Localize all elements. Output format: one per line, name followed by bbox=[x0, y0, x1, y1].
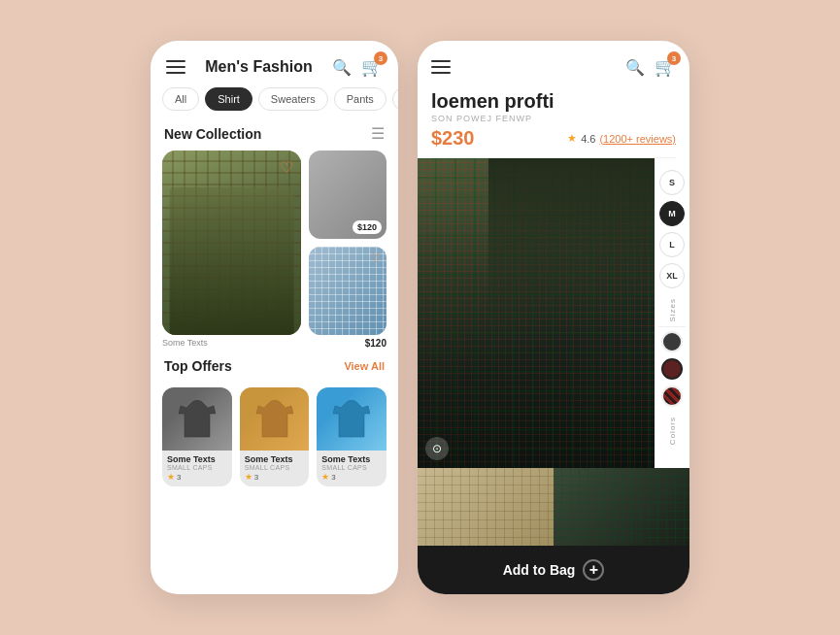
offer-sub-2: SMALL CAPS bbox=[245, 464, 305, 471]
side-price-1: $120 bbox=[353, 220, 382, 234]
product-thumbnails bbox=[418, 468, 689, 546]
shirt-icon-2 bbox=[256, 400, 293, 439]
offer-info-3: Some Texts SMALL CAPS ★ 3 bbox=[317, 451, 386, 486]
menu-icon[interactable] bbox=[166, 60, 185, 74]
size-xl-btn[interactable]: XL bbox=[659, 263, 685, 288]
left-phone: Men's Fashion 🔍 🛒 3 All Shirt Sweaters P… bbox=[151, 41, 398, 594]
offer-info-1: Some Texts SMALL CAPS ★ 3 bbox=[162, 451, 232, 486]
right-cart-badge: 3 bbox=[667, 51, 681, 65]
sizes-label: Sizes bbox=[668, 298, 677, 322]
top-offers-section: Top Offers View All Some Texts SMALL CAP… bbox=[151, 349, 398, 494]
offer-name-3: Some Texts bbox=[321, 454, 382, 464]
right-header: 🔍 🛒 3 bbox=[418, 41, 689, 87]
cart-badge: 3 bbox=[374, 51, 387, 65]
offer-name-1: Some Texts bbox=[167, 454, 227, 464]
camera-icon[interactable]: ⊙ bbox=[425, 437, 449, 460]
offer-card-3[interactable]: Some Texts SMALL CAPS ★ 3 bbox=[317, 387, 386, 486]
color-group: Colors bbox=[661, 331, 683, 460]
main-item-label: Some Texts bbox=[162, 338, 208, 349]
shirt-icon-3 bbox=[333, 400, 370, 439]
product-sidebar: S M L XL Sizes Colors bbox=[655, 158, 689, 468]
colors-label: Colors bbox=[668, 417, 677, 445]
offer-name-2: Some Texts bbox=[245, 454, 305, 464]
collection-side: $120 ♡ bbox=[309, 150, 386, 335]
offers-grid: Some Texts SMALL CAPS ★ 3 bbox=[151, 382, 398, 494]
right-cart-button[interactable]: 🛒 3 bbox=[655, 56, 676, 78]
offer-info-2: Some Texts SMALL CAPS ★ 3 bbox=[240, 451, 310, 486]
star-icon-1: ★ bbox=[167, 472, 175, 482]
page-title: Men's Fashion bbox=[205, 58, 312, 76]
cart-button[interactable]: 🛒 3 bbox=[361, 56, 383, 78]
offer-rating-1: ★ 3 bbox=[167, 472, 227, 482]
rating-reviews: (1200+ reviews) bbox=[599, 133, 676, 145]
offer-rating-2: ★ 3 bbox=[245, 472, 305, 482]
star-icon-3: ★ bbox=[321, 472, 329, 482]
product-name: loemen profti bbox=[431, 89, 676, 113]
sidebar-divider bbox=[658, 326, 687, 327]
view-all-button[interactable]: View All bbox=[344, 360, 385, 372]
product-price-row: $230 ★ 4.6 (1200+ reviews) bbox=[431, 127, 676, 150]
new-collection-grid: ♡ $120 ♡ bbox=[151, 150, 398, 335]
right-header-icons: 🔍 🛒 3 bbox=[625, 56, 676, 78]
new-collection-title: New Collection bbox=[164, 126, 261, 142]
wishlist-side-2-btn[interactable]: ♡ bbox=[371, 251, 382, 265]
tab-pants[interactable]: Pants bbox=[334, 87, 386, 111]
tab-jac[interactable]: Jac bbox=[392, 87, 398, 111]
add-to-bag-button[interactable]: Add to Bag + bbox=[418, 546, 689, 594]
offer-rating-3: ★ 3 bbox=[321, 472, 382, 482]
filter-tabs: All Shirt Sweaters Pants Jac bbox=[151, 87, 398, 120]
product-price: $230 bbox=[431, 127, 475, 150]
tab-shirt[interactable]: Shirt bbox=[205, 87, 252, 111]
thumb-2[interactable] bbox=[554, 468, 689, 546]
main-collection-item[interactable]: ♡ bbox=[162, 150, 301, 335]
product-image-area: ⊙ S M L XL Sizes Colors bbox=[418, 158, 689, 468]
top-offers-header: Top Offers View All bbox=[151, 354, 398, 382]
tab-all[interactable]: All bbox=[162, 87, 199, 111]
right-search-icon[interactable]: 🔍 bbox=[625, 58, 645, 77]
header-icons: 🔍 🛒 3 bbox=[332, 56, 383, 78]
search-icon[interactable]: 🔍 bbox=[332, 58, 352, 77]
offer-card-1[interactable]: Some Texts SMALL CAPS ★ 3 bbox=[162, 387, 232, 486]
thumb-1[interactable] bbox=[418, 468, 554, 546]
sort-icon[interactable]: ☰ bbox=[371, 124, 385, 143]
offer-sub-3: SMALL CAPS bbox=[321, 464, 382, 471]
main-item-price: $120 bbox=[365, 338, 386, 349]
color-swatch-3[interactable] bbox=[661, 385, 683, 407]
add-to-bag-label: Add to Bag bbox=[503, 562, 576, 578]
star-icon-2: ★ bbox=[245, 472, 252, 482]
right-menu-icon[interactable] bbox=[431, 60, 451, 74]
tab-sweaters[interactable]: Sweaters bbox=[258, 87, 328, 111]
size-l-btn[interactable]: L bbox=[659, 232, 685, 257]
product-info: loemen profti SON POWEJ FENWP $230 ★ 4.6… bbox=[418, 87, 689, 157]
new-collection-header: New Collection ☰ bbox=[151, 120, 398, 150]
rating-value: 4.6 bbox=[581, 133, 595, 145]
offer-sub-1: SMALL CAPS bbox=[167, 464, 227, 471]
product-rating: ★ 4.6 (1200+ reviews) bbox=[567, 132, 676, 145]
product-subtitle: SON POWEJ FENWP bbox=[431, 114, 676, 123]
side-item-2[interactable]: ♡ bbox=[309, 247, 386, 335]
size-s-btn[interactable]: S bbox=[659, 170, 685, 195]
size-m-btn[interactable]: M bbox=[659, 201, 685, 226]
screens-container: Men's Fashion 🔍 🛒 3 All Shirt Sweaters P… bbox=[151, 41, 689, 594]
product-main-image: ⊙ bbox=[418, 158, 655, 468]
color-swatch-2[interactable] bbox=[661, 358, 683, 380]
side-item-1[interactable]: $120 bbox=[309, 150, 386, 239]
top-offers-title: Top Offers bbox=[164, 358, 232, 374]
shirt-icon-1 bbox=[179, 400, 216, 439]
color-swatch-1[interactable] bbox=[661, 331, 683, 352]
rating-star-icon: ★ bbox=[567, 132, 577, 145]
right-phone: 🔍 🛒 3 loemen profti SON POWEJ FENWP $230… bbox=[418, 41, 689, 594]
left-header: Men's Fashion 🔍 🛒 3 bbox=[151, 41, 398, 87]
offer-card-2[interactable]: Some Texts SMALL CAPS ★ 3 bbox=[240, 387, 310, 486]
size-group: S M L XL Sizes bbox=[659, 166, 685, 322]
plus-icon: + bbox=[583, 559, 604, 581]
wishlist-main-btn[interactable]: ♡ bbox=[280, 158, 293, 177]
